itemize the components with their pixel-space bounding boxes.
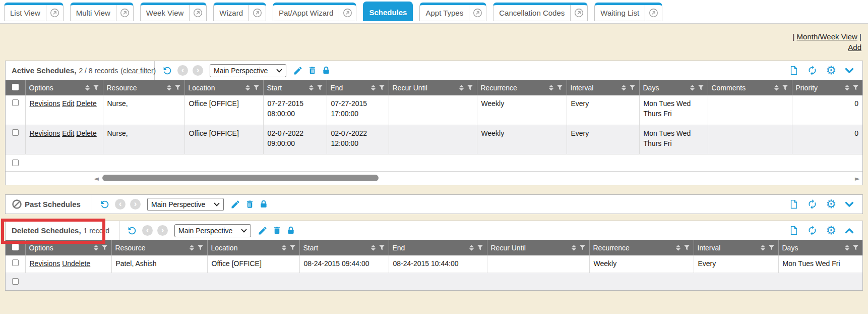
tab-wizard[interactable]: Wizard (213, 3, 266, 21)
scroll-left-icon[interactable]: ◄ (91, 175, 101, 182)
tab-list-view[interactable]: List View (4, 3, 64, 21)
sort-icon[interactable] (469, 245, 474, 251)
row-checkbox[interactable] (12, 259, 19, 266)
filter-icon[interactable] (852, 85, 859, 90)
row-checkbox[interactable] (12, 160, 19, 166)
column-header-days[interactable]: Days (639, 80, 708, 95)
perspective-select[interactable]: Main Perspective (174, 224, 251, 237)
column-header-resource[interactable]: Resource (103, 80, 184, 95)
undelete-link[interactable]: Undelete (62, 259, 90, 268)
lock-icon[interactable] (286, 225, 295, 236)
filter-icon[interactable] (289, 245, 296, 250)
filter-icon[interactable] (197, 245, 204, 250)
expand-chevron-down-icon[interactable] (844, 199, 854, 210)
sort-icon[interactable] (370, 85, 376, 91)
row-checkbox[interactable] (12, 99, 19, 106)
next-perspective-button[interactable]: › (157, 225, 168, 236)
refresh-icon[interactable] (127, 225, 138, 236)
horizontal-scrollbar[interactable]: ◄ ► (6, 172, 862, 185)
column-header-resource[interactable]: Resource (111, 240, 207, 255)
filter-icon[interactable] (379, 85, 385, 90)
sort-icon[interactable] (844, 85, 850, 91)
previous-perspective-button[interactable]: ‹ (177, 65, 188, 76)
sort-icon[interactable] (85, 85, 90, 91)
lock-icon[interactable] (259, 199, 268, 210)
delete-perspective-icon[interactable] (272, 225, 282, 236)
sort-icon[interactable] (548, 85, 554, 91)
column-header-recur-until[interactable]: Recur Until (487, 240, 589, 255)
sort-icon[interactable] (459, 85, 464, 91)
sort-icon[interactable] (93, 245, 99, 251)
filter-icon[interactable] (768, 245, 775, 250)
filter-icon[interactable] (782, 85, 788, 90)
sort-icon[interactable] (690, 85, 695, 91)
sort-icon[interactable] (571, 245, 577, 251)
filter-icon[interactable] (629, 85, 636, 90)
new-document-icon[interactable] (789, 199, 799, 210)
delete-link[interactable]: Delete (76, 99, 96, 108)
gear-icon[interactable]: ⚙ (826, 198, 836, 210)
sort-icon[interactable] (281, 245, 287, 251)
sync-icon[interactable] (807, 199, 818, 210)
filter-icon[interactable] (379, 245, 385, 250)
next-perspective-button[interactable]: › (130, 199, 141, 210)
edit-link[interactable]: Edit (62, 129, 74, 137)
tab-pat-appt-wizard[interactable]: Pat/Appt Wizard (273, 3, 356, 21)
revisions-link[interactable]: Revisions (30, 129, 60, 137)
column-header-location[interactable]: Location (207, 240, 299, 255)
new-document-icon[interactable] (789, 225, 799, 236)
open-in-new-icon[interactable] (469, 5, 486, 21)
column-header-options[interactable]: Options (25, 240, 111, 255)
open-in-new-icon[interactable] (189, 5, 206, 21)
sort-icon[interactable] (844, 245, 850, 251)
filter-icon[interactable] (93, 85, 99, 90)
select-all-header[interactable] (6, 240, 25, 255)
revisions-link[interactable]: Revisions (30, 259, 60, 268)
column-header-recurrence[interactable]: Recurrence (589, 240, 694, 255)
open-in-new-icon[interactable] (249, 5, 266, 21)
previous-perspective-button[interactable]: ‹ (115, 199, 126, 210)
lock-icon[interactable] (322, 65, 331, 76)
column-header-location[interactable]: Location (184, 80, 263, 95)
add-link[interactable]: Add (848, 43, 861, 51)
month-week-view-link[interactable]: Month/Week View (797, 32, 857, 41)
column-header-interval[interactable]: Interval (567, 80, 639, 95)
column-header-priority[interactable]: Priority (792, 80, 862, 95)
open-in-new-icon[interactable] (645, 5, 662, 21)
scroll-right-icon[interactable]: ► (852, 175, 862, 182)
gear-icon[interactable]: ⚙ (826, 65, 836, 76)
tab-cancellation-codes[interactable]: Cancellation Codes (493, 3, 588, 21)
sort-icon[interactable] (189, 245, 195, 251)
refresh-icon[interactable] (162, 65, 173, 76)
gear-icon[interactable]: ⚙ (826, 225, 836, 236)
sort-icon[interactable] (760, 245, 766, 251)
sort-icon[interactable] (621, 85, 627, 91)
delete-perspective-icon[interactable] (245, 199, 255, 210)
new-document-icon[interactable] (789, 65, 799, 76)
perspective-select[interactable]: Main Perspective (147, 198, 224, 211)
sort-icon[interactable] (245, 85, 251, 91)
tab-multi-view[interactable]: Multi View (70, 3, 134, 21)
sort-icon[interactable] (675, 245, 681, 251)
column-header-end[interactable]: End (389, 240, 487, 255)
collapse-chevron-down-icon[interactable] (844, 66, 854, 76)
filter-icon[interactable] (253, 85, 260, 90)
sync-icon[interactable] (807, 65, 818, 76)
tab-schedules[interactable]: Schedules (363, 2, 413, 21)
delete-perspective-icon[interactable] (307, 65, 317, 76)
perspective-select[interactable]: Main Perspective (210, 64, 286, 77)
filter-icon[interactable] (317, 85, 323, 90)
tab-waiting-list[interactable]: Waiting List (594, 3, 662, 21)
filter-icon[interactable] (556, 85, 563, 90)
refresh-icon[interactable] (99, 199, 110, 210)
row-checkbox[interactable] (12, 278, 19, 285)
column-header-options[interactable]: Options (25, 80, 103, 95)
sort-icon[interactable] (308, 85, 314, 91)
clear-filter-link[interactable]: (clear filter) (120, 67, 156, 75)
filter-icon[interactable] (684, 245, 690, 250)
filter-icon[interactable] (698, 85, 704, 90)
filter-icon[interactable] (477, 245, 483, 250)
select-all-checkbox[interactable] (12, 84, 19, 90)
scrollbar-thumb[interactable] (102, 175, 379, 181)
revisions-link[interactable]: Revisions (30, 99, 60, 108)
